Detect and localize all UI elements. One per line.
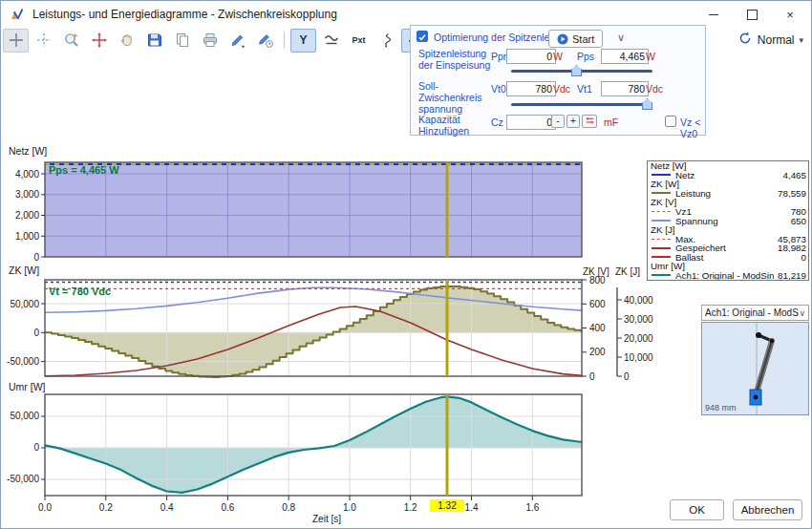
legend-panel: Netz [W]Netz4,465ZK [W]Leistung78,559ZK … [647,160,809,281]
svg-text:600: 600 [589,299,606,309]
series-fill [45,164,582,257]
svg-text:-50,000: -50,000 [7,356,39,367]
svg-text:0.8: 0.8 [282,502,295,513]
svg-text:50,000: 50,000 [10,411,39,421]
chart-title-umr: Umr [W] [9,381,46,392]
svg-text:0.2: 0.2 [99,502,113,513]
legend-line-sample [652,274,671,276]
vt0-input[interactable]: 780 [506,81,556,96]
panel-expand-chevron[interactable]: ∨ [617,32,625,44]
svg-text:10,000: 10,000 [624,352,653,363]
svg-text:0.4: 0.4 [160,502,174,513]
optimization-panel: Optimierung der Spitzenleistung Start ∨ … [410,25,706,136]
svg-text:1.0: 1.0 [343,502,356,513]
vz-checkbox[interactable] [665,116,676,127]
svg-text:Pps = 4,465 W: Pps = 4,465 W [49,164,119,176]
svg-text:50,000: 50,000 [10,299,39,309]
voltage-slider[interactable] [511,103,652,106]
svg-text:0: 0 [624,371,630,382]
play-icon [557,33,568,45]
svg-text:0.0: 0.0 [38,502,52,513]
svg-text:30,000: 30,000 [624,314,653,325]
chevron-down-icon: ∨ [799,308,805,318]
svg-text:40,000: 40,000 [624,295,653,306]
svg-text:20,000: 20,000 [624,333,653,344]
svg-text:1.4: 1.4 [465,502,479,513]
vz-checkbox-label: Vz < Vz0 [680,116,705,139]
svg-text:2,000: 2,000 [15,210,39,221]
svg-text:-50,000: -50,000 [7,474,39,484]
svg-text:1.2: 1.2 [404,502,417,513]
svg-text:1,000: 1,000 [15,231,39,242]
optimize-checkbox[interactable] [417,31,428,42]
chart-title-netz: Netz [W] [9,145,47,157]
svg-text:Vt = 780 Vdc: Vt = 780 Vdc [49,286,111,297]
start-button[interactable]: Start [548,30,603,48]
svg-text:0: 0 [33,328,39,338]
pps-input[interactable]: 4,465 [601,49,649,64]
axis-select-value: Ach1: Original - ModSin [705,307,799,318]
svg-text:400: 400 [589,323,606,333]
svg-text:1.6: 1.6 [525,502,539,513]
dimension-label: 948 mm [705,403,737,413]
apply-swap-button[interactable] [582,115,597,128]
svg-text:4,000: 4,000 [15,169,39,180]
legend-line-sample [652,256,671,258]
mechanism-drawing [702,323,808,414]
legend-item: Ach1: Original - ModSine81,219 [648,271,808,281]
legend-line-sample [652,174,671,176]
svg-text:Zeit [s]: Zeit [s] [312,514,341,524]
svg-text:200: 200 [589,347,606,357]
svg-text:1.32: 1.32 [438,500,457,511]
svg-text:0: 0 [33,442,39,453]
decrement-button[interactable]: - [551,115,565,128]
swap-icon [585,116,595,125]
legend-line-sample [652,220,671,222]
svg-text:3,000: 3,000 [15,189,39,200]
legend-line-sample [652,247,671,249]
capacity-label: Kapazität Hinzufügen [418,114,497,137]
svg-text:ZK [V]: ZK [V] [583,266,609,277]
target-voltage-label: Soll-Zwischenkreis spannung [418,80,497,115]
legend-line-sample [652,239,671,240]
svg-text:0.6: 0.6 [221,502,234,513]
legend-line-sample [652,211,671,212]
cz-input[interactable]: 0 [506,115,556,130]
svg-text:0: 0 [589,371,595,382]
mechanism-preview: 948 mm [701,322,809,415]
svg-text:ZK [J]: ZK [J] [615,266,640,277]
svg-text:0: 0 [33,252,39,263]
vt1-input[interactable]: 780 [601,81,649,96]
dialog-window: Leistungs- und Energiediagramme - Zwisch… [0,0,812,529]
ppr-input[interactable]: 0 [506,49,556,64]
legend-line-sample [652,192,671,194]
axis-select[interactable]: Ach1: Original - ModSin ∨ [701,305,809,321]
chart-title-zk: ZK [W] [9,264,39,276]
increment-button[interactable]: + [566,115,580,128]
power-slider[interactable] [511,70,652,73]
peak-power-label: Spitzenleistung der Einspeisung [418,48,497,71]
